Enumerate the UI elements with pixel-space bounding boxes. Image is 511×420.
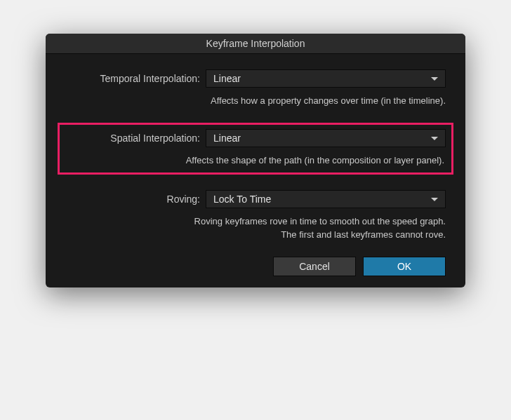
keyframe-interpolation-dialog: Keyframe Interpolation Temporal Interpol… xyxy=(46,34,465,287)
roving-row: Roving: Lock To Time xyxy=(65,190,446,208)
spatial-value: Linear xyxy=(213,133,241,144)
roving-description: Roving keyframes rove in time to smooth … xyxy=(65,212,446,241)
chevron-down-icon xyxy=(431,77,438,81)
temporal-row: Temporal Interpolation: Linear xyxy=(65,69,446,88)
dialog-titlebar: Keyframe Interpolation xyxy=(46,34,465,54)
roving-group: Roving: Lock To Time Roving keyframes ro… xyxy=(65,190,446,241)
spatial-dropdown[interactable]: Linear xyxy=(206,129,446,147)
dialog-content: Temporal Interpolation: Linear Affects h… xyxy=(46,54,465,287)
ok-label: OK xyxy=(397,261,411,272)
cancel-button[interactable]: Cancel xyxy=(273,257,356,276)
temporal-dropdown[interactable]: Linear xyxy=(206,69,446,88)
dialog-title: Keyframe Interpolation xyxy=(206,38,305,49)
roving-label: Roving: xyxy=(65,194,206,205)
roving-value: Lock To Time xyxy=(213,194,271,205)
temporal-group: Temporal Interpolation: Linear Affects h… xyxy=(65,69,446,107)
cancel-label: Cancel xyxy=(299,261,330,272)
chevron-down-icon xyxy=(431,198,438,201)
spatial-description: Affects the shape of the path (in the co… xyxy=(65,151,446,167)
spatial-row: Spatial Interpolation: Linear xyxy=(65,129,446,147)
chevron-down-icon xyxy=(431,137,438,140)
spatial-label: Spatial Interpolation: xyxy=(65,133,206,144)
temporal-value: Linear xyxy=(213,73,241,84)
ok-button[interactable]: OK xyxy=(363,257,446,276)
button-row: Cancel OK xyxy=(65,257,446,276)
spatial-group: Spatial Interpolation: Linear Affects th… xyxy=(58,123,453,175)
roving-dropdown[interactable]: Lock To Time xyxy=(206,190,446,208)
temporal-label: Temporal Interpolation: xyxy=(65,73,206,84)
temporal-description: Affects how a property changes over time… xyxy=(65,92,446,107)
